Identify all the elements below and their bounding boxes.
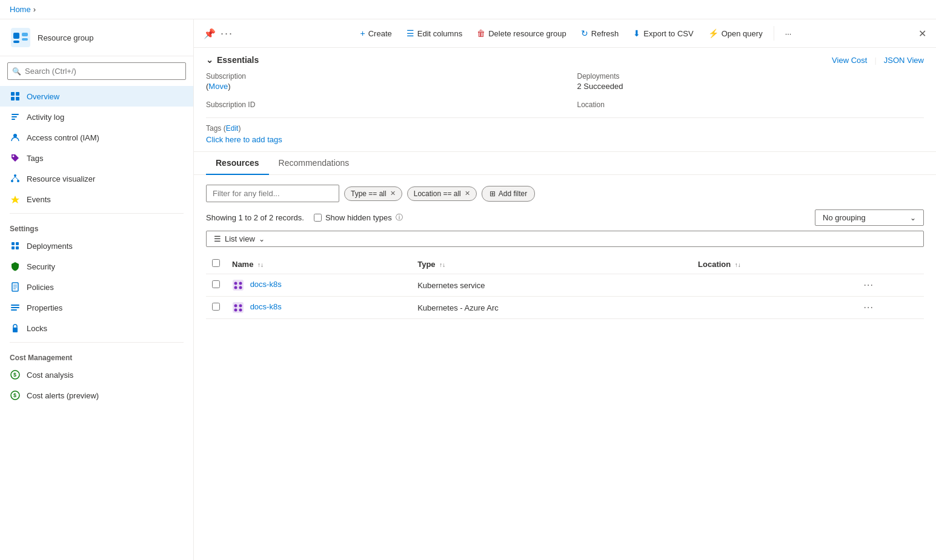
- deployments-field: Deployments 2 Succeeded: [577, 72, 924, 91]
- search-icon: 🔍: [12, 67, 21, 76]
- sidebar: Resource group 🔍 Overview Activity log: [0, 19, 194, 560]
- delete-button[interactable]: 🗑 Delete resource group: [471, 25, 573, 41]
- svg-rect-29: [11, 307, 19, 308]
- edit-columns-label: Edit columns: [417, 29, 462, 38]
- showing-text: Showing 1 to 2 of 2 records.: [206, 213, 304, 222]
- list-view-chevron: ⌄: [259, 235, 265, 243]
- refresh-button[interactable]: ↻ Refresh: [575, 25, 625, 41]
- tags-label: Tags: [27, 154, 43, 163]
- row-2-name[interactable]: docs-k8s: [250, 302, 282, 311]
- type-filter-close[interactable]: ✕: [390, 189, 396, 197]
- table-header-row: Name ↑↓ Type ↑↓ Location ↑↓: [206, 254, 924, 274]
- pin-icon[interactable]: 📌: [204, 28, 216, 39]
- toolbar-overflow-button[interactable]: ···: [779, 26, 798, 41]
- show-hidden-checkbox[interactable]: [314, 214, 322, 222]
- sidebar-header: Resource group: [0, 19, 193, 56]
- filter-input[interactable]: [206, 185, 339, 202]
- sidebar-item-properties[interactable]: Properties: [0, 297, 193, 318]
- location-filter-close[interactable]: ✕: [465, 189, 470, 197]
- create-icon: +: [360, 28, 365, 38]
- sidebar-item-locks[interactable]: Locks: [0, 318, 193, 338]
- tags-edit-link[interactable]: Edit: [226, 124, 239, 133]
- add-filter-button[interactable]: ⊞ Add filter: [482, 186, 535, 202]
- list-view-row: ☰ List view ⌄: [206, 231, 924, 247]
- actions-column-header: [858, 254, 924, 274]
- sidebar-item-events[interactable]: Events: [0, 189, 193, 209]
- security-icon: [10, 261, 21, 272]
- resources-table: Name ↑↓ Type ↑↓ Location ↑↓: [206, 254, 924, 319]
- add-filter-icon: ⊞: [490, 189, 496, 198]
- row-1-location-cell: [692, 274, 857, 297]
- svg-point-42: [234, 309, 237, 312]
- svg-point-41: [239, 305, 242, 308]
- essentials-label: Essentials: [217, 55, 259, 65]
- breadcrumb-home[interactable]: Home: [10, 5, 31, 14]
- grouping-dropdown[interactable]: No grouping ⌄: [815, 209, 924, 226]
- svg-line-18: [15, 177, 18, 180]
- create-button[interactable]: + Create: [354, 25, 398, 41]
- essentials-grid: Subscription (Move) Deployments 2 Succee…: [206, 72, 924, 110]
- location-filter-chip[interactable]: Location == all ✕: [407, 186, 477, 201]
- deployments-value[interactable]: 2 Succeeded: [577, 82, 924, 91]
- info-icon[interactable]: ⓘ: [396, 212, 403, 223]
- list-icon: ☰: [214, 234, 221, 243]
- name-column-header[interactable]: Name ↑↓: [226, 254, 411, 274]
- tab-resources[interactable]: Resources: [206, 152, 269, 175]
- table-header: Name ↑↓ Type ↑↓ Location ↑↓: [206, 254, 924, 274]
- location-column-header[interactable]: Location ↑↓: [692, 254, 857, 274]
- list-view-label: List view: [225, 234, 255, 243]
- tags-add-link[interactable]: Click here to add tags: [206, 135, 282, 144]
- sidebar-item-visualizer[interactable]: Resource visualizer: [0, 168, 193, 189]
- resources-filters: Type == all ✕ Location == all ✕ ⊞ Add fi…: [206, 185, 924, 202]
- properties-icon: [10, 302, 21, 313]
- row-1-checkbox[interactable]: [212, 280, 220, 288]
- toolbar-pin-area: 📌 ···: [204, 27, 233, 40]
- select-all-checkbox[interactable]: [212, 259, 220, 267]
- json-view-link[interactable]: JSON View: [884, 56, 924, 65]
- toolbar-more-icon[interactable]: ···: [221, 27, 233, 40]
- sidebar-item-tags[interactable]: Tags: [0, 148, 193, 168]
- list-view-dropdown[interactable]: ☰ List view ⌄: [206, 231, 924, 247]
- essentials-links: View Cost | JSON View: [832, 56, 924, 65]
- sidebar-item-cost-analysis[interactable]: $ Cost analysis: [0, 364, 193, 385]
- collapse-icon[interactable]: ⌄: [206, 55, 213, 65]
- row-1-type: Kubernetes service: [417, 281, 485, 290]
- type-filter-chip[interactable]: Type == all ✕: [344, 186, 402, 201]
- type-column-header[interactable]: Type ↑↓: [411, 254, 692, 274]
- svg-rect-6: [16, 92, 19, 96]
- row-2-actions-button[interactable]: ···: [864, 302, 874, 312]
- sidebar-item-policies[interactable]: Policies: [0, 277, 193, 297]
- search-input[interactable]: [7, 62, 186, 80]
- sidebar-item-cost-alerts[interactable]: $ Cost alerts (preview): [0, 385, 193, 406]
- edit-columns-button[interactable]: ☰ Edit columns: [400, 25, 468, 41]
- row-1-actions-button[interactable]: ···: [864, 280, 874, 290]
- row-2-checkbox[interactable]: [212, 303, 220, 311]
- sidebar-item-security[interactable]: Security: [0, 256, 193, 277]
- open-query-button[interactable]: ⚡ Open query: [702, 25, 769, 41]
- export-csv-button[interactable]: ⬇ Export to CSV: [627, 25, 699, 41]
- sidebar-item-iam[interactable]: Access control (IAM): [0, 127, 193, 148]
- sidebar-item-overview[interactable]: Overview: [0, 86, 193, 107]
- table-body: docs-k8s Kubernetes service ···: [206, 274, 924, 319]
- sidebar-item-deployments[interactable]: Deployments: [0, 236, 193, 256]
- svg-point-13: [13, 156, 15, 157]
- tab-recommendations[interactable]: Recommendations: [269, 152, 359, 175]
- sidebar-item-activity-log[interactable]: Activity log: [0, 107, 193, 127]
- tags-row: Tags (Edit) Click here to add tags: [206, 117, 924, 144]
- close-button[interactable]: ✕: [918, 28, 926, 39]
- row-1-name-cell: docs-k8s: [226, 274, 411, 297]
- row-1-checkbox-cell: [206, 274, 226, 297]
- row-2-actions-cell: ···: [858, 297, 924, 319]
- sidebar-divider-1: [10, 213, 184, 214]
- move-link[interactable]: Move: [208, 82, 228, 91]
- row-1-name[interactable]: docs-k8s: [250, 280, 282, 289]
- view-cost-link[interactable]: View Cost: [832, 56, 867, 65]
- iam-icon: [10, 132, 21, 143]
- svg-rect-2: [22, 33, 28, 36]
- refresh-label: Refresh: [591, 29, 619, 38]
- row-2-name-cell: docs-k8s: [226, 297, 411, 319]
- breadcrumb: Home ›: [0, 0, 936, 19]
- deployments-label: Deployments: [27, 242, 73, 251]
- show-hidden-label[interactable]: Show hidden types ⓘ: [314, 212, 403, 223]
- resource-group-icon: [10, 27, 32, 48]
